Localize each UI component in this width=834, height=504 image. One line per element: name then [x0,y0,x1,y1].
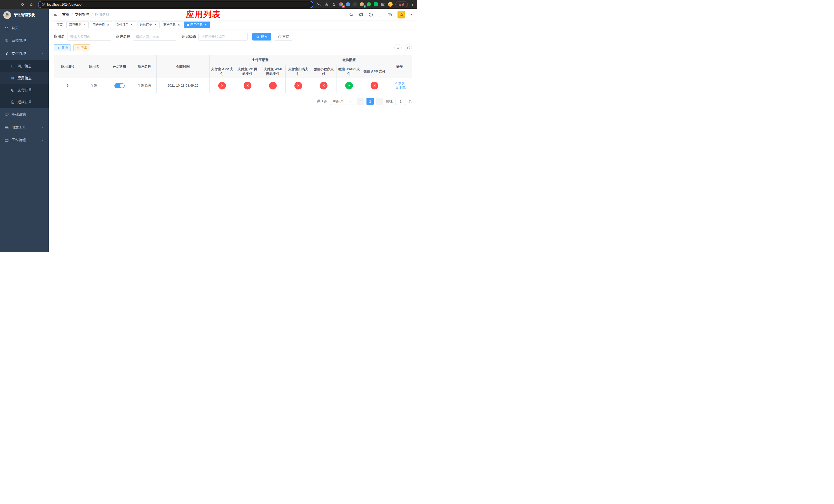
goto-page-input[interactable] [395,98,406,105]
font-size-icon[interactable] [388,12,393,17]
pagination: 共 1 条 10条/页 1 前往 页 [54,98,412,105]
sidebar-item-home[interactable]: 首页 [0,22,49,35]
close-icon[interactable] [177,23,180,27]
wechat-mini-status-badge [320,82,328,90]
user-avatar[interactable]: ☺ [397,11,405,19]
tag-home[interactable]: 首页 [54,22,65,28]
collapse-sidebar-icon[interactable] [53,12,59,18]
extension-icon-blue[interactable] [346,2,350,6]
goto-label: 前往 [386,99,393,104]
browser-menu-icon[interactable]: ⋮ [411,2,414,7]
forward-button[interactable]: → [11,1,18,8]
tag-merchant-info[interactable]: 商户信息 [161,22,183,28]
url-text: localhost:1024/pay/app [47,3,82,6]
close-icon[interactable] [106,23,110,27]
merchant-name-label: 商户名称 [116,35,130,39]
close-icon[interactable] [130,23,133,27]
cell-merchant: 芋道源码 [132,78,157,93]
sidebar-item-pay-order[interactable]: 支付订单 [0,84,49,96]
col-alipay-app: 支付宝 APP 支付 [210,65,235,78]
tag-label: 商户信息 [163,23,176,27]
browser-home-button[interactable]: ⌂ [28,1,35,8]
breadcrumb-section[interactable]: 支付管理 [75,12,89,17]
extension-icon-avatar[interactable]: 1 [360,2,364,6]
table-row: 6 芋道 芋道源码 2021-10-23 08:49:25 修改 [54,78,412,93]
key-icon[interactable] [317,2,321,7]
tag-refund-order[interactable]: 退款订单 [137,22,159,28]
toggle-search-icon[interactable] [394,44,402,51]
github-icon[interactable] [358,12,364,17]
site-info-icon[interactable] [42,3,45,6]
sidebar-item-app-info[interactable]: 应用信息 [0,72,49,84]
update-button[interactable]: 更新 [395,2,408,7]
breadcrumb-home[interactable]: 首页 [62,12,69,17]
search-button-label: 搜索 [261,35,267,39]
app-name-input[interactable] [67,33,111,41]
extension-icon-dark[interactable] [353,2,357,6]
tag-pay-order[interactable]: 支付订单 [114,22,136,28]
app-title: 芋道管理系统 [14,13,35,18]
prev-page-button[interactable] [357,98,364,105]
bookmark-star-icon[interactable] [332,2,336,7]
fullscreen-icon[interactable] [378,12,383,17]
trash-icon [395,86,398,89]
toolbox-icon [5,125,9,130]
add-button[interactable]: 新增 [54,44,71,51]
tag-user-group[interactable]: 用户分组 [90,22,112,28]
back-button[interactable]: ← [3,1,9,8]
goto-unit-label: 页 [409,99,412,104]
browser-profile-avatar[interactable]: ☺ [388,2,393,7]
extensions-puzzle-icon[interactable] [380,2,385,7]
current-page-button[interactable]: 1 [367,98,374,105]
page-size-select[interactable]: 10条/页 [330,98,354,105]
sidebar-item-label: 研发工具 [12,125,26,130]
refresh-table-icon[interactable] [405,44,412,51]
status-select[interactable]: 请选择开启状态 [198,33,248,41]
status-toggle[interactable] [114,83,125,88]
tag-process-form[interactable]: 流程表单 [66,22,89,28]
alipay-app-status-badge [218,82,226,90]
tag-app-info[interactable]: 应用信息 [184,22,210,28]
header-actions: ☺ [349,11,413,19]
sidebar-item-label: 首页 [12,26,19,30]
col-wx-jsapi: 微信 JSAPI 支付 [336,65,362,78]
extension-icon-green[interactable] [367,2,371,6]
extension-icon-colorful[interactable]: 10 [339,2,343,6]
col-group-alipay: 支付宝配置 [210,55,311,65]
reset-button-label: 重置 [282,35,289,39]
download-icon [76,46,80,49]
export-button[interactable]: 导出 [73,44,90,51]
sidebar-item-system[interactable]: 系统管理 [0,35,49,47]
extension-icon-green-square[interactable] [374,2,378,6]
sidebar-item-infra[interactable]: 基础设施 [0,108,49,121]
next-page-button[interactable] [376,98,383,105]
app-name-label: 应用名 [54,35,65,39]
sidebar-item-refund-order[interactable]: 退款订单 [0,96,49,108]
search-icon[interactable] [349,12,354,17]
sidebar-menu: 首页 系统管理 支付管理 商户信息 应用信息 [0,22,49,147]
reload-button[interactable]: ⟳ [20,1,26,8]
col-status: 开启状态 [107,55,132,78]
tag-view-bar: 首页 流程表单 用户分组 支付订单 退款订单 商户信息 应用信息 [49,21,417,29]
dashboard-icon [5,26,9,30]
help-icon[interactable] [368,12,373,17]
delete-link[interactable]: 删除 [395,86,406,90]
close-icon[interactable] [204,23,207,27]
avatar-caret-icon[interactable] [410,13,413,16]
sidebar-item-devtools[interactable]: 研发工具 [0,121,49,134]
delete-link-label: 删除 [399,86,406,90]
sidebar-item-workflow[interactable]: 工作流程 [0,134,49,147]
close-icon[interactable] [83,23,86,27]
share-icon[interactable] [324,2,329,7]
plus-icon [57,46,60,49]
edit-link[interactable]: 修改 [394,81,405,85]
search-button[interactable]: 搜索 [253,33,271,41]
close-icon[interactable] [153,23,157,27]
sidebar-item-label: 基础设施 [12,112,26,117]
merchant-name-input[interactable] [133,33,177,41]
col-alipay-wap: 支付宝 WAP 网站支付 [260,65,286,78]
sidebar-item-pay[interactable]: 支付管理 [0,47,49,60]
reset-button[interactable]: 重置 [274,33,293,41]
url-bar[interactable]: localhost:1024/pay/app [39,1,313,8]
sidebar-item-merchant-info[interactable]: 商户信息 [0,60,49,72]
